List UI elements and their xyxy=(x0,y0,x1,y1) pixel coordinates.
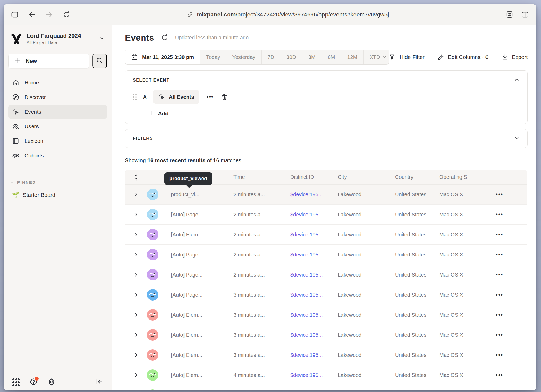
row-more-options-icon[interactable]: ••• xyxy=(472,271,527,278)
settings-gear-icon[interactable] xyxy=(47,378,55,386)
row-more-options-icon[interactable]: ••• xyxy=(472,231,527,238)
forward-button-icon[interactable] xyxy=(45,11,53,19)
pinned-section-header[interactable]: PINNED xyxy=(8,180,107,185)
sidebar-item-starter-board[interactable]: 🌱 Starter Board xyxy=(8,192,107,198)
apps-grid-icon[interactable] xyxy=(12,378,20,386)
event-name[interactable]: product_vi... xyxy=(164,192,227,198)
address-bar[interactable]: mixpanel.com/project/3472420/view/397469… xyxy=(70,11,506,18)
sidebar-item-discover[interactable]: Discover xyxy=(8,90,107,104)
distinct-id-link[interactable]: $device:195... xyxy=(287,372,331,378)
row-more-options-icon[interactable]: ••• xyxy=(472,251,527,258)
distinct-id-link[interactable]: $device:195... xyxy=(287,352,331,358)
help-icon[interactable] xyxy=(30,378,38,386)
table-row[interactable]: [Auto] Page... 2 minutes a... $device:19… xyxy=(125,205,527,225)
table-row[interactable]: [Auto] Page... 3 minutes a... $device:19… xyxy=(125,285,527,305)
distinct-id-link[interactable]: $device:195... xyxy=(287,312,331,318)
project-switcher[interactable]: Lord Farquaad 2024 All Project Data xyxy=(8,31,107,47)
distinct-id-link[interactable]: $device:195... xyxy=(287,192,331,198)
range-yesterday[interactable]: Yesterday xyxy=(226,50,261,64)
range-3m[interactable]: 3M xyxy=(302,50,322,64)
row-expand-chevron-icon[interactable] xyxy=(125,232,147,237)
search-button[interactable] xyxy=(92,54,107,68)
table-row[interactable]: [Auto] Elem... 4 minutes a... $device:19… xyxy=(125,365,527,385)
row-more-options-icon[interactable]: ••• xyxy=(472,191,527,198)
chevron-down-icon[interactable] xyxy=(514,135,520,142)
range-7d[interactable]: 7D xyxy=(262,50,281,64)
range-30d[interactable]: 30D xyxy=(280,50,302,64)
row-expand-chevron-icon[interactable] xyxy=(125,333,147,337)
table-row[interactable]: [Auto] Page... 2 minutes a... $device:19… xyxy=(125,245,527,265)
collapse-sidebar-icon[interactable] xyxy=(95,378,103,386)
table-row[interactable]: [Auto] Elem... 3 minutes a... $device:19… xyxy=(125,305,527,325)
reload-button-icon[interactable] xyxy=(63,11,70,19)
range-today[interactable]: Today xyxy=(200,50,226,64)
distinct-id-link[interactable]: $device:195... xyxy=(287,292,331,298)
header-distinct-id[interactable]: Distinct ID xyxy=(287,174,331,180)
collapse-all-icon[interactable] xyxy=(125,173,147,181)
refresh-icon[interactable] xyxy=(161,34,168,41)
sidebar-item-cohorts[interactable]: Cohorts xyxy=(8,149,107,163)
distinct-id-link[interactable]: $device:195... xyxy=(287,272,331,278)
event-name[interactable]: [Auto] Elem... xyxy=(164,332,227,338)
range-6m[interactable]: 6M xyxy=(322,50,341,64)
event-name[interactable]: [Auto] Elem... xyxy=(164,372,227,378)
row-more-options-icon[interactable]: ••• xyxy=(472,332,527,338)
sidebar-item-events[interactable]: Events xyxy=(8,105,107,119)
event-name[interactable]: [Auto] Page... xyxy=(164,212,227,218)
row-expand-chevron-icon[interactable] xyxy=(125,373,147,377)
trash-icon[interactable] xyxy=(221,93,228,101)
header-city[interactable]: City xyxy=(331,174,388,180)
row-expand-chevron-icon[interactable] xyxy=(125,192,147,197)
event-name[interactable]: [Auto] Page... xyxy=(164,292,227,298)
event-name[interactable]: [Auto] Page... xyxy=(164,272,227,278)
chevron-up-icon[interactable] xyxy=(514,77,520,84)
range-xtd[interactable]: XTD xyxy=(364,50,389,64)
event-name[interactable]: [Auto] Elem... xyxy=(164,232,227,238)
header-time[interactable]: Time xyxy=(227,174,287,180)
header-country[interactable]: Country xyxy=(388,174,433,180)
table-row[interactable]: [Auto] Elem... 3 minutes a... $device:19… xyxy=(125,325,527,345)
distinct-id-link[interactable]: $device:195... xyxy=(287,332,331,338)
drag-handle[interactable] xyxy=(133,94,137,100)
row-expand-chevron-icon[interactable] xyxy=(125,272,147,277)
table-row[interactable]: [Auto] Elem... 3 minutes a... $device:19… xyxy=(125,345,527,365)
row-more-options-icon[interactable]: ••• xyxy=(472,291,527,298)
range-12m[interactable]: 12M xyxy=(341,50,364,64)
split-view-icon[interactable] xyxy=(521,11,529,19)
new-button[interactable]: New xyxy=(8,54,89,68)
row-expand-chevron-icon[interactable] xyxy=(125,252,147,257)
distinct-id-link[interactable]: $device:195... xyxy=(287,252,331,258)
distinct-id-link[interactable]: $device:195... xyxy=(287,212,331,218)
row-more-options-icon[interactable]: ••• xyxy=(472,211,527,218)
add-event-button[interactable]: Add xyxy=(148,110,169,117)
date-picker-button[interactable]: Mar 11, 2025 3:30 pm xyxy=(125,50,200,64)
header-operating-system[interactable]: Operating S xyxy=(433,174,472,180)
row-expand-chevron-icon[interactable] xyxy=(125,313,147,317)
sidebar-item-lexicon[interactable]: Lexicon xyxy=(8,134,107,148)
edit-columns-button[interactable]: Edit Columns · 6 xyxy=(438,54,488,60)
event-name[interactable]: [Auto] Elem... xyxy=(164,352,227,358)
back-button-icon[interactable] xyxy=(28,11,36,19)
export-button[interactable]: Export xyxy=(501,54,528,60)
row-expand-chevron-icon[interactable] xyxy=(125,292,147,297)
table-row[interactable]: product_vi... 2 minutes a... $device:195… xyxy=(125,185,527,205)
event-name[interactable]: [Auto] Page... xyxy=(164,252,227,258)
row-more-options-icon[interactable]: ••• xyxy=(472,372,527,378)
event-more-options-icon[interactable]: ••• xyxy=(205,94,215,100)
all-events-chip[interactable]: All Events xyxy=(153,90,199,104)
event-name[interactable]: [Auto] Elem... xyxy=(164,312,227,318)
table-row[interactable]: [Auto] Elem... 2 minutes a... $device:19… xyxy=(125,225,527,245)
cursor-sparkle-icon xyxy=(158,94,165,100)
sidebar-item-users[interactable]: Users xyxy=(8,119,107,133)
row-more-options-icon[interactable]: ••• xyxy=(472,311,527,318)
row-expand-chevron-icon[interactable] xyxy=(125,353,147,357)
table-row[interactable]: [Auto] Page... 2 minutes a... $device:19… xyxy=(125,265,527,285)
page-settings-icon[interactable] xyxy=(506,11,513,19)
hide-filter-button[interactable]: Hide Filter xyxy=(389,54,425,60)
sidebar-item-home[interactable]: Home xyxy=(8,76,107,90)
table-row[interactable]: [Auto] Elem... 4 minutes a... $device:19… xyxy=(125,385,527,390)
sidebar-toggle-icon[interactable] xyxy=(11,11,19,19)
row-expand-chevron-icon[interactable] xyxy=(125,212,147,217)
row-more-options-icon[interactable]: ••• xyxy=(472,352,527,358)
distinct-id-link[interactable]: $device:195... xyxy=(287,232,331,238)
